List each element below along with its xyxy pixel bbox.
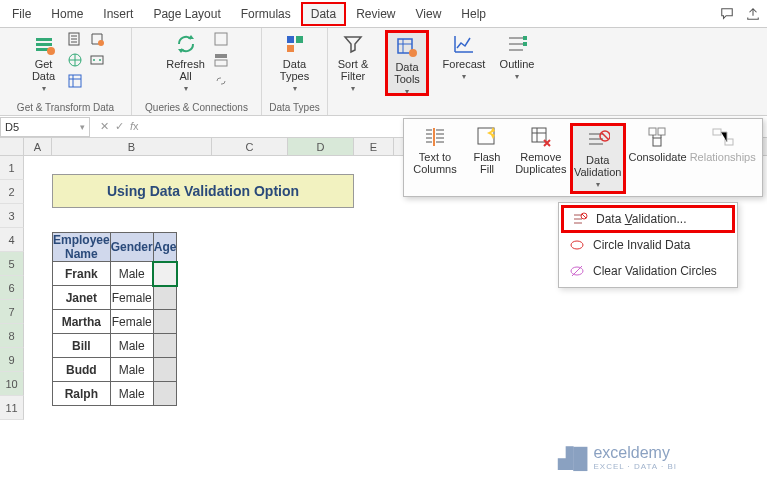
cancel-formula-icon[interactable]: ✕ xyxy=(100,120,109,133)
svg-rect-3 xyxy=(69,75,81,87)
th-gender[interactable]: Gender xyxy=(110,233,153,262)
tab-view[interactable]: View xyxy=(406,2,452,26)
cell[interactable]: Janet xyxy=(53,286,111,310)
flash-fill-icon xyxy=(475,125,499,149)
row-header[interactable]: 7 xyxy=(0,300,24,324)
row-header[interactable]: 1 xyxy=(0,156,24,180)
cell[interactable]: Frank xyxy=(53,262,111,286)
row-header[interactable]: 11 xyxy=(0,396,24,420)
outline-button[interactable]: Outline xyxy=(496,30,539,96)
edit-links-button[interactable] xyxy=(211,72,231,92)
col-header-c[interactable]: C xyxy=(212,138,288,155)
from-text-csv-button[interactable] xyxy=(65,30,85,50)
menu-clear-circles[interactable]: Clear Validation Circles xyxy=(559,258,737,284)
ribbon-tabs: File Home Insert Page Layout Formulas Da… xyxy=(0,0,767,28)
data-tools-icon xyxy=(395,35,419,59)
text-to-columns-icon xyxy=(423,125,447,149)
col-header-d[interactable]: D xyxy=(288,138,354,155)
svg-rect-19 xyxy=(658,128,665,135)
consolidate-button[interactable]: Consolidate xyxy=(628,123,688,165)
row-header[interactable]: 5 xyxy=(0,252,24,276)
tab-home[interactable]: Home xyxy=(41,2,93,26)
name-box[interactable]: D5▾ xyxy=(0,117,90,137)
cell[interactable] xyxy=(153,358,177,382)
cell[interactable] xyxy=(153,334,177,358)
th-age[interactable]: Age xyxy=(153,233,177,262)
cell[interactable] xyxy=(153,286,177,310)
svg-point-4 xyxy=(98,40,104,46)
comments-icon[interactable] xyxy=(715,2,739,26)
data-validation-icon xyxy=(586,128,610,152)
forecast-icon xyxy=(452,32,476,56)
remove-duplicates-button[interactable]: RemoveDuplicates xyxy=(514,123,568,177)
row-header[interactable]: 10 xyxy=(0,372,24,396)
data-validation-button[interactable]: DataValidation xyxy=(570,123,626,194)
get-data-button[interactable]: GetData xyxy=(25,30,63,96)
row-header[interactable]: 9 xyxy=(0,348,24,372)
svg-rect-13 xyxy=(523,36,527,40)
watermark: ▟█ exceldemy EXCEL · DATA · BI xyxy=(558,444,677,471)
tab-insert[interactable]: Insert xyxy=(93,2,143,26)
recent-sources-button[interactable] xyxy=(87,30,107,50)
properties-button[interactable] xyxy=(211,51,231,71)
refresh-all-button[interactable]: RefreshAll xyxy=(162,30,209,96)
col-header-e[interactable]: E xyxy=(354,138,394,155)
row-header[interactable]: 2 xyxy=(0,180,24,204)
cell[interactable]: Ralph xyxy=(53,382,111,406)
row-header[interactable]: 8 xyxy=(0,324,24,348)
cell[interactable]: Female xyxy=(110,310,153,334)
refresh-icon xyxy=(174,32,198,56)
outline-icon xyxy=(505,32,529,56)
tab-data[interactable]: Data xyxy=(301,2,346,26)
tab-review[interactable]: Review xyxy=(346,2,405,26)
cell-d5[interactable] xyxy=(153,262,177,286)
col-header-b[interactable]: B xyxy=(52,138,212,155)
queries-connections-button[interactable] xyxy=(211,30,231,50)
data-tools-button[interactable]: DataTools xyxy=(385,30,429,96)
cell[interactable] xyxy=(153,382,177,406)
cell[interactable] xyxy=(153,310,177,334)
th-employee-name[interactable]: Employee Name xyxy=(53,233,111,262)
get-data-icon xyxy=(32,32,56,56)
flash-fill-button[interactable]: FlashFill xyxy=(462,123,512,177)
svg-rect-18 xyxy=(649,128,656,135)
svg-rect-14 xyxy=(523,42,527,46)
sheet-title[interactable]: Using Data Validation Option xyxy=(52,174,354,208)
text-to-columns-button[interactable]: Text toColumns xyxy=(410,123,460,177)
row-header[interactable]: 6 xyxy=(0,276,24,300)
tab-formulas[interactable]: Formulas xyxy=(231,2,301,26)
cell[interactable]: Bill xyxy=(53,334,111,358)
existing-connections-button[interactable] xyxy=(87,51,107,71)
from-table-button[interactable] xyxy=(65,72,85,92)
share-icon[interactable] xyxy=(741,2,765,26)
row-header[interactable]: 4 xyxy=(0,228,24,252)
tab-page-layout[interactable]: Page Layout xyxy=(143,2,230,26)
enter-formula-icon[interactable]: ✓ xyxy=(115,120,124,133)
cell[interactable]: Male xyxy=(110,334,153,358)
cell[interactable]: Male xyxy=(110,358,153,382)
fx-icon[interactable]: fx xyxy=(130,120,139,133)
row-header[interactable]: 3 xyxy=(0,204,24,228)
sort-filter-button[interactable]: Sort &Filter xyxy=(334,30,373,96)
cell[interactable]: Martha xyxy=(53,310,111,334)
col-header-a[interactable]: A xyxy=(24,138,52,155)
tab-help[interactable]: Help xyxy=(451,2,496,26)
cell[interactable]: Male xyxy=(110,262,153,286)
cell[interactable]: Female xyxy=(110,286,153,310)
menu-data-validation[interactable]: Data Validation... xyxy=(561,205,735,233)
cell[interactable]: Male xyxy=(110,382,153,406)
select-all-cell[interactable] xyxy=(0,138,24,155)
tab-file[interactable]: File xyxy=(2,2,41,26)
group-label-data-types: Data Types xyxy=(262,102,327,113)
menu-circle-invalid[interactable]: Circle Invalid Data xyxy=(559,232,737,258)
remove-duplicates-icon xyxy=(529,125,553,149)
forecast-button[interactable]: Forecast xyxy=(439,30,490,96)
data-types-button[interactable]: DataTypes xyxy=(276,30,314,96)
from-web-button[interactable] xyxy=(65,51,85,71)
svg-point-0 xyxy=(47,47,55,55)
data-types-icon xyxy=(283,32,307,56)
data-validation-menu-icon xyxy=(572,211,588,227)
cell[interactable]: Budd xyxy=(53,358,111,382)
svg-rect-16 xyxy=(532,128,546,142)
consolidate-icon xyxy=(646,125,670,149)
